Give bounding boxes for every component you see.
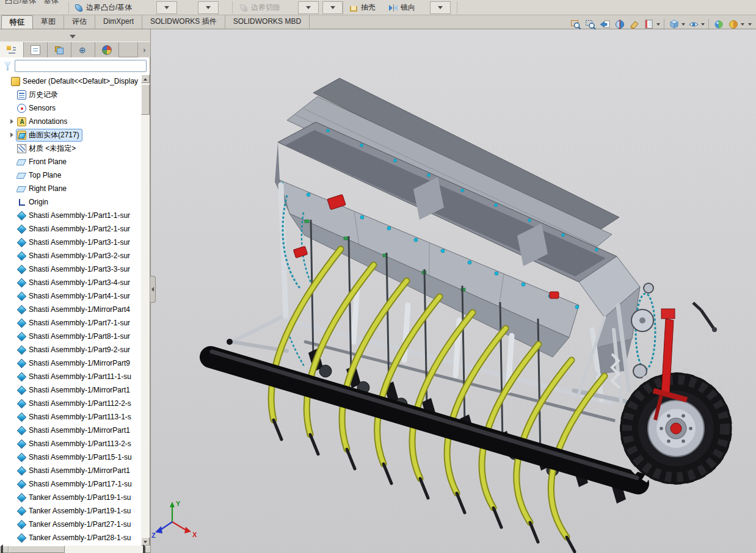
expand-caret-icon[interactable] — [9, 88, 16, 101]
tree-item[interactable]: Front Plane — [0, 155, 141, 168]
tree-item[interactable]: Shasti Asemmbly-1/MirrorPart9 — [0, 356, 141, 370]
expand-caret-icon[interactable] — [9, 289, 16, 303]
tree-item[interactable]: Shasti Asemmbly-1/Part3-3-sur — [0, 262, 141, 276]
mirror-button[interactable]: 镜向 — [385, 1, 419, 15]
expand-caret-icon[interactable] — [9, 424, 16, 437]
tree-item[interactable]: Annotations — [0, 115, 141, 128]
expand-caret-icon[interactable] — [9, 464, 16, 477]
expand-caret-icon[interactable] — [9, 128, 16, 142]
tab-dimxpert[interactable]: DimXpert — [95, 15, 142, 29]
tree-item[interactable]: Shasti Asemmbly-1/Part9-2-sur — [0, 343, 141, 356]
panel-splitter-handle[interactable] — [150, 276, 156, 303]
expand-caret-icon[interactable] — [9, 182, 16, 195]
expand-caret-icon[interactable] — [9, 531, 16, 544]
tab-dimxpertmanager[interactable] — [71, 42, 95, 57]
tree-item[interactable]: Shasti Asemmbly-1/MirrorPart1 — [0, 464, 141, 477]
tree-item[interactable]: Shasti Asemmbly-1/Part8-1-sur — [0, 330, 141, 343]
zoom-to-fit-button[interactable] — [569, 17, 583, 32]
shell-button[interactable]: 抽壳 — [345, 1, 379, 15]
expand-caret-icon[interactable] — [2, 74, 10, 88]
section-view-button[interactable] — [613, 17, 627, 32]
ribbon-dropdown[interactable] — [198, 1, 219, 14]
hide-show-items-button[interactable] — [687, 17, 705, 32]
boundary-cut-button[interactable]: 边界切除 — [235, 1, 284, 15]
expand-caret-icon[interactable] — [9, 397, 16, 410]
tree-item[interactable]: Shasti Asemmbly-1/Part17-1-su — [0, 477, 141, 491]
expand-caret-icon[interactable] — [9, 370, 16, 383]
scroll-thumb[interactable] — [141, 84, 150, 115]
ribbon-dropdown[interactable] — [156, 1, 177, 14]
tab-propertymanager[interactable] — [24, 42, 48, 57]
tree-item[interactable]: Origin — [0, 195, 141, 209]
expand-caret-icon[interactable] — [9, 101, 16, 115]
tree-item[interactable]: Shasti Asemmbly-1/Part113-1-s — [0, 410, 141, 424]
tab-configurationmanager[interactable] — [48, 42, 71, 57]
tree-horizontal-scrollbar[interactable] — [0, 546, 151, 553]
tree-item[interactable]: Shasti Asemmbly-1/Part11-1-su — [0, 370, 141, 383]
previous-view-button[interactable] — [598, 17, 612, 32]
tree-item[interactable]: Tanker Assembly-1/Part27-1-su — [0, 518, 141, 531]
expand-caret-icon[interactable] — [9, 410, 16, 424]
view-orientation-button[interactable] — [667, 17, 686, 32]
tree-item[interactable]: Shasti Asemmbly-1/Part3-2-sur — [0, 249, 141, 262]
ribbon-collapse-handle[interactable] — [70, 35, 76, 38]
annotation-views-button[interactable] — [642, 17, 661, 32]
scroll-thumb[interactable] — [9, 546, 65, 553]
tree-item[interactable]: Sensors — [0, 101, 141, 115]
expand-caret-icon[interactable] — [9, 477, 16, 491]
tab-sketch[interactable]: 草图 — [33, 15, 64, 29]
tree-item[interactable]: Shasti Asemmbly-1/MirrorPart1 — [0, 383, 141, 397]
view-settings-button[interactable] — [746, 17, 752, 32]
expand-caret-icon[interactable] — [9, 276, 16, 289]
filter-funnel-icon[interactable] — [3, 62, 12, 71]
ribbon-dropdown[interactable] — [298, 1, 319, 14]
tree-item[interactable]: Shasti Asemmbly-1/Part15-1-su — [0, 450, 141, 464]
tree-item[interactable]: Shasti Asemmbly-1/Part112-2-s — [0, 397, 141, 410]
tree-item[interactable]: 材质 <未指定> — [0, 142, 141, 155]
dropdown-arrow-icon[interactable] — [681, 23, 685, 26]
ribbon-dropdown[interactable] — [322, 1, 343, 14]
tree-item[interactable]: Seeder (Default<<Default>_Display — [0, 74, 141, 88]
tab-featuremanager-tree[interactable] — [0, 42, 24, 57]
tree-item[interactable]: Shasti Asemmbly-1/Part7-1-sur — [0, 316, 141, 330]
expand-caret-icon[interactable] — [9, 303, 16, 316]
expand-caret-icon[interactable] — [9, 222, 16, 236]
expand-caret-icon[interactable] — [9, 249, 16, 262]
expand-caret-icon[interactable] — [9, 209, 16, 222]
expand-caret-icon[interactable] — [9, 491, 16, 504]
tab-solidworks-addins[interactable]: SOLIDWORKS 插件 — [142, 15, 225, 29]
tree-item[interactable]: Tanker Assembly-1/Part19-1-su — [0, 504, 141, 518]
tree-item[interactable]: 历史记录 — [0, 88, 141, 101]
tree-item[interactable]: Shasti Asemmbly-1/Part113-2-s — [0, 437, 141, 450]
expand-caret-icon[interactable] — [9, 142, 16, 155]
dropdown-arrow-icon[interactable] — [701, 23, 705, 26]
tree-vertical-scrollbar[interactable] — [141, 74, 150, 546]
tree-item[interactable]: Shasti Asemmbly-1/Part3-1-sur — [0, 236, 141, 249]
tree-item[interactable]: Shasti Asemmbly-1/Part1-1-sur — [0, 209, 141, 222]
edit-appearance-button[interactable] — [712, 17, 725, 32]
ribbon-dropdown[interactable] — [430, 1, 451, 14]
expand-caret-icon[interactable] — [9, 115, 16, 128]
tree-item[interactable]: Shasti Asemmbly-1/Part4-1-sur — [0, 289, 141, 303]
tree-item[interactable]: Shasti Asemmbly-1/Part2-1-sur — [0, 222, 141, 236]
expand-caret-icon[interactable] — [9, 343, 16, 356]
tree-item[interactable]: Tanker Assembly-1/Part19-1-su — [0, 491, 141, 504]
dropdown-arrow-icon[interactable] — [656, 23, 660, 26]
appearance-brush-button[interactable] — [628, 17, 641, 32]
tree-item[interactable]: Right Plane — [0, 182, 141, 195]
tab-evaluate[interactable]: 评估 — [64, 15, 95, 29]
expand-caret-icon[interactable] — [9, 236, 16, 249]
tree-item[interactable]: 曲面实体(2717) — [0, 128, 141, 142]
tab-solidworks-mbd[interactable]: SOLIDWORKS MBD — [225, 15, 310, 29]
expand-caret-icon[interactable] — [9, 504, 16, 518]
scroll-right-button[interactable] — [142, 546, 151, 553]
scroll-up-button[interactable] — [141, 74, 150, 83]
tree-item[interactable]: Tanker Assembly-1/Part28-1-su — [0, 531, 141, 544]
tree-item[interactable]: Shasti Asemmbly-1/MirrorPart1 — [0, 424, 141, 437]
expand-caret-icon[interactable] — [9, 518, 16, 531]
expand-caret-icon[interactable] — [9, 330, 16, 343]
expand-caret-icon[interactable] — [9, 450, 16, 464]
tree-item[interactable]: Top Plane — [0, 168, 141, 182]
expand-caret-icon[interactable] — [9, 316, 16, 330]
boundary-boss-button[interactable]: 边界凸台/基体 — [70, 1, 136, 15]
